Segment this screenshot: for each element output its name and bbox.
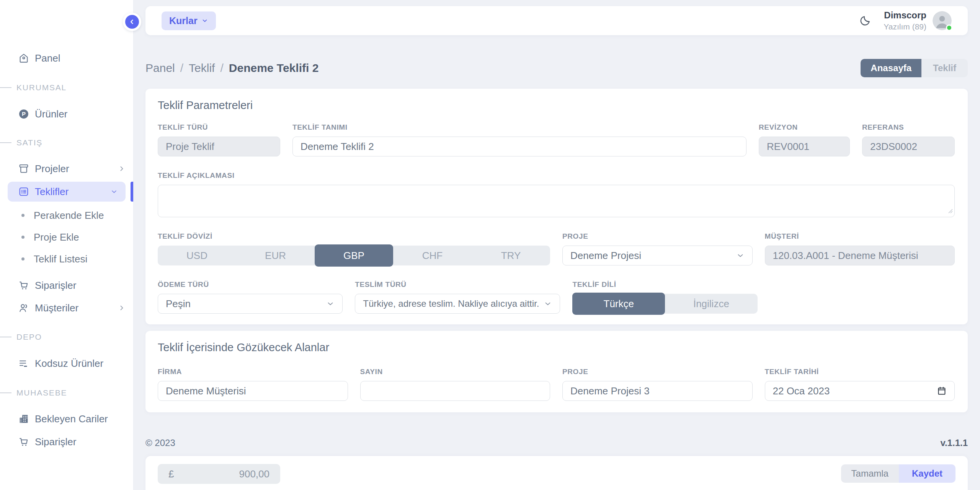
tamamla-button[interactable]: Tamamla: [841, 464, 899, 483]
field-odeme-turu: ÖDEME TÜRÜ Peşin: [158, 280, 343, 314]
cart-icon: [18, 436, 29, 448]
field-label: REVİZYON: [759, 123, 850, 132]
total-amount-value: 900,00: [239, 468, 270, 480]
field-label: SAYIN: [360, 368, 550, 376]
tab-teklif[interactable]: Teklif: [921, 59, 968, 77]
sidebar-subitem-perakende-ekle[interactable]: Perakende Ekle: [0, 205, 133, 225]
form-row-2: TEKLİF AÇIKLAMASI: [158, 171, 955, 217]
form-row-3: TEKLİF DÖVİZİ USD EUR GBP CHF TRY PROJE …: [158, 232, 955, 265]
language-option-ingilizce[interactable]: İngilizce: [665, 294, 758, 314]
list-details-icon: [18, 186, 29, 197]
currency-option-eur[interactable]: EUR: [236, 246, 315, 265]
users-icon: [18, 302, 29, 314]
bullet-icon: [21, 214, 24, 217]
sidebar-item-siparisler-muhasebe[interactable]: Siparişler: [0, 431, 133, 453]
proje-gorunen-input[interactable]: [562, 381, 753, 401]
sidebar-item-label: Siparişler: [35, 436, 76, 448]
sidebar-item-bekleyen-cariler[interactable]: Bekleyen Cariler: [0, 408, 133, 430]
field-firma: FİRMA: [158, 368, 348, 401]
user-menu[interactable]: Dimscorp Yazılım (89): [884, 10, 952, 32]
sidebar-item-label: Kodsuz Ürünler: [35, 358, 103, 370]
proje-select[interactable]: Deneme Projesi: [562, 246, 753, 265]
revizyon-input: [759, 137, 850, 156]
teklif-tanimi-input[interactable]: [292, 137, 746, 156]
currency-option-gbp[interactable]: GBP: [315, 244, 393, 267]
archive-icon: [18, 163, 29, 174]
tab-anasayfa[interactable]: Anasayfa: [861, 59, 921, 77]
sidebar-item-projeler[interactable]: Projeler: [0, 158, 133, 179]
firma-input[interactable]: [158, 381, 348, 401]
sidebar-item-urunler[interactable]: P Ürünler: [0, 103, 133, 125]
sidebar-item-label: Ürünler: [35, 108, 67, 120]
currency-symbol: £: [168, 468, 174, 480]
gozukecek-alanlar-card: Teklif İçerisinde Gözükecek Alanlar FİRM…: [145, 331, 968, 412]
teklif-aciklamasi-textarea[interactable]: [158, 185, 955, 217]
field-label: TEKLİF TARİHİ: [765, 368, 955, 376]
kurlar-dropdown-button[interactable]: Kurlar: [162, 11, 216, 30]
sidebar-item-label: Bekleyen Cariler: [35, 413, 108, 425]
field-sayin: SAYIN: [360, 368, 550, 401]
total-amount-field: £ 900,00: [158, 464, 280, 484]
sidebar-item-panel[interactable]: Panel: [0, 47, 133, 69]
user-name: Dimscorp: [884, 10, 926, 21]
chevron-right-icon: [118, 304, 126, 312]
resize-grip-icon[interactable]: [947, 208, 953, 213]
section-dash: [0, 142, 11, 143]
kaydet-button[interactable]: Kaydet: [899, 464, 956, 483]
dark-mode-toggle-button[interactable]: [857, 12, 874, 29]
form-row-1: TEKLİF TÜRÜ TEKLİF TANIMI REVİZYON REFER…: [158, 123, 955, 156]
moon-icon: [857, 15, 874, 27]
sidebar-item-siparisler[interactable]: Siparişler: [0, 275, 133, 296]
sayin-input[interactable]: [360, 381, 550, 401]
chevron-right-icon: [118, 165, 126, 173]
cart-icon: [18, 280, 29, 291]
chevron-down-icon: [736, 251, 745, 260]
field-label: MÜŞTERİ: [765, 232, 955, 241]
building-icon: [18, 413, 29, 425]
action-bar: £ 900,00 Tamamla Kaydet: [145, 456, 968, 490]
lines-icon: [18, 358, 29, 369]
teklif-tarihi-date-input[interactable]: 22 Oca 2023: [765, 381, 955, 401]
breadcrumb-current: Deneme Teklifi 2: [229, 62, 319, 75]
currency-option-usd[interactable]: USD: [158, 246, 236, 265]
sidebar-item-kodsuz-urunler[interactable]: Kodsuz Ürünler: [0, 353, 133, 374]
breadcrumb-teklif[interactable]: Teklif: [189, 62, 215, 75]
currency-option-try[interactable]: TRY: [472, 246, 550, 265]
action-buttons: Tamamla Kaydet: [841, 464, 956, 483]
teslim-turu-select[interactable]: Türkiye, adrese teslim. Nakliye alıcıya …: [355, 294, 560, 314]
breadcrumb: Panel / Teklif / Deneme Teklifi 2: [145, 62, 318, 75]
sidebar-subitem-teklif-listesi[interactable]: Teklif Listesi: [0, 249, 133, 269]
card-title: Teklif İçerisinde Gözükecek Alanlar: [158, 331, 955, 353]
section-dash: [0, 87, 11, 88]
sidebar-subitem-label: Proje Ekle: [34, 231, 79, 243]
calendar-icon[interactable]: [937, 386, 947, 396]
odeme-turu-select[interactable]: Peşin: [158, 294, 343, 314]
online-status-dot: [946, 24, 952, 31]
field-teklif-turu: TEKLİF TÜRÜ: [158, 123, 280, 156]
breadcrumb-separator: /: [220, 62, 223, 75]
chevron-down-icon: [544, 300, 552, 308]
footer: © 2023 v.1.1.1: [145, 435, 968, 451]
sidebar-section-muhasebe: MUHASEBE: [16, 387, 67, 399]
bullet-icon: [21, 236, 24, 239]
currency-option-chf[interactable]: CHF: [393, 246, 472, 265]
sidebar-subitem-proje-ekle[interactable]: Proje Ekle: [0, 227, 133, 247]
field-proje: PROJE Deneme Projesi: [562, 232, 753, 265]
field-teslim-turu: TESLİM TÜRÜ Türkiye, adrese teslim. Nakl…: [355, 280, 560, 314]
sidebar-item-teklifler[interactable]: Teklifler: [8, 182, 126, 202]
home-icon: [18, 52, 29, 64]
field-musteri: MÜŞTERİ: [765, 232, 955, 265]
sidebar-section-satis: SATIŞ: [16, 137, 42, 148]
sidebar-collapse-button[interactable]: [123, 13, 141, 31]
language-segmented-control: Türkçe İngilizce: [572, 294, 757, 314]
breadcrumb-row: Panel / Teklif / Deneme Teklifi 2 Anasay…: [145, 58, 968, 78]
chevron-left-icon: [125, 15, 139, 29]
field-label: TEKLİF TÜRÜ: [158, 123, 280, 132]
breadcrumb-panel[interactable]: Panel: [145, 62, 175, 75]
field-teklif-dovizi: TEKLİF DÖVİZİ USD EUR GBP CHF TRY: [158, 232, 550, 265]
musteri-input: [765, 246, 955, 265]
chevron-down-icon: [326, 300, 335, 308]
language-option-turkce[interactable]: Türkçe: [572, 293, 665, 315]
form-row-5: FİRMA SAYIN PROJE TEKLİF TARİHİ 22 Oca 2…: [158, 368, 955, 401]
sidebar-item-musteriler[interactable]: Müşteriler: [0, 297, 133, 319]
